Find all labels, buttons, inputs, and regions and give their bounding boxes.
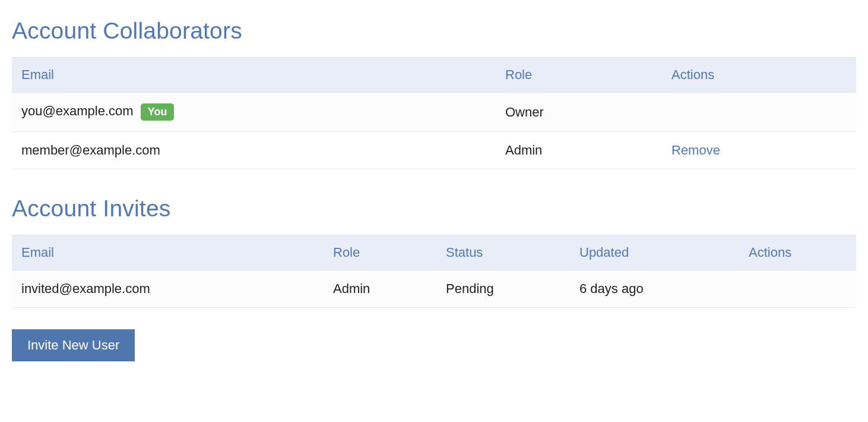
collab-header-email: Email (12, 58, 496, 93)
inv-header-email: Email (12, 235, 324, 270)
table-row: you@example.com You Owner (12, 93, 856, 132)
inv-header-role: Role (324, 235, 436, 270)
inv-header-status: Status (436, 235, 570, 270)
collaborators-table: Email Role Actions you@example.com You O… (12, 57, 856, 169)
inv-updated-cell: 6 days ago (570, 270, 739, 308)
table-row: invited@example.com Admin Pending 6 days… (12, 270, 856, 308)
collab-action-cell (662, 93, 856, 132)
collab-header-actions: Actions (662, 58, 856, 93)
collab-role-cell: Admin (496, 132, 662, 169)
inv-email-cell: invited@example.com (12, 270, 324, 308)
inv-status-cell: Pending (436, 270, 570, 308)
table-row: member@example.com Admin Remove (12, 132, 856, 169)
inv-action-cell (739, 270, 856, 308)
invites-table: Email Role Status Updated Actions invite… (12, 235, 856, 308)
remove-link[interactable]: Remove (671, 143, 720, 158)
collab-role-cell: Owner (496, 93, 662, 132)
collab-header-role: Role (496, 58, 662, 93)
inv-role-cell: Admin (324, 270, 436, 308)
collab-email-cell: member@example.com (12, 132, 496, 169)
invites-heading: Account Invites (12, 196, 856, 222)
invite-new-user-button[interactable]: Invite New User (12, 329, 135, 361)
inv-header-actions: Actions (739, 235, 856, 270)
collab-email-cell: you@example.com (21, 103, 134, 118)
inv-header-updated: Updated (570, 235, 739, 270)
you-badge: You (141, 103, 175, 121)
collaborators-heading: Account Collaborators (12, 18, 856, 44)
